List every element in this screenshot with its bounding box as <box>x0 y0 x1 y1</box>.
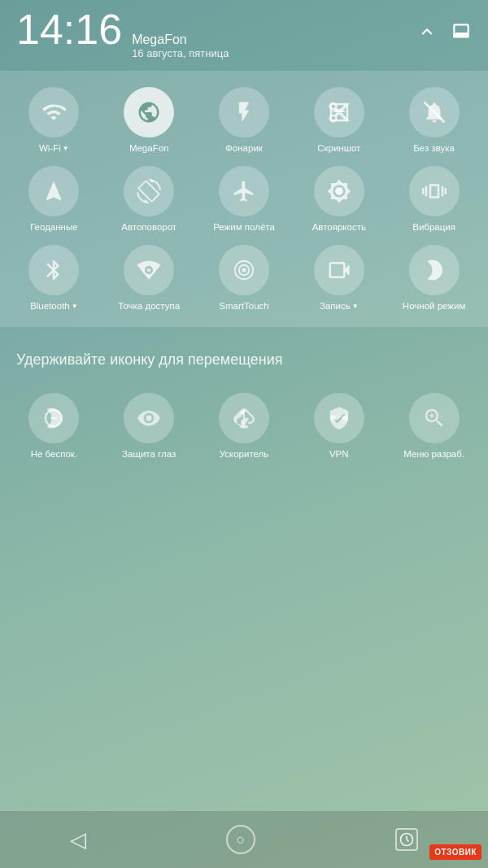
svg-point-7 <box>242 268 246 273</box>
qs-bluetooth[interactable]: Bluetooth ▼ <box>8 245 100 311</box>
expand-icon[interactable] <box>416 21 438 47</box>
qs-location-label: Геоданные <box>30 222 77 232</box>
qs-smarttouch-circle <box>219 245 269 295</box>
qs-wifi-label: Wi-Fi <box>39 143 61 153</box>
qs-row-3: Bluetooth ▼ Точка доступа <box>8 245 480 311</box>
watermark: ОТЗОВИК <box>429 844 481 860</box>
time-display: 14:16 <box>16 8 122 50</box>
hint-text: Удерживайте иконку для перемещения <box>16 351 283 368</box>
qs-row-2: Геоданные Автоповорот Режим полёта <box>8 166 480 232</box>
qs-record-arrow: ▼ <box>352 303 359 310</box>
qs-vpn[interactable]: VPN <box>293 393 385 459</box>
qs-bluetooth-label: Bluetooth <box>30 301 70 311</box>
extra-icons-grid: Не беспок. Защита глаз Ускоритель <box>0 385 488 475</box>
qs-airplane[interactable]: Режим полёта <box>198 166 290 232</box>
qs-accelerator[interactable]: Ускоритель <box>198 393 290 459</box>
carrier-name: MegaFon <box>132 33 229 47</box>
qs-record-label-wrap: Запись ▼ <box>320 301 359 311</box>
qs-autorotate-circle <box>124 166 174 216</box>
qs-vpn-circle <box>314 393 364 443</box>
qs-devmenu-label: Меню разраб. <box>403 449 464 459</box>
status-bar-left: 14:16 MegaFon 16 августа, пятница <box>16 8 229 59</box>
qs-airplane-circle <box>219 166 269 216</box>
qs-row-1: Wi-Fi ▼ MegaFon Фонарик <box>8 87 480 153</box>
qs-wifi-label-wrap: Wi-Fi ▼ <box>39 143 69 153</box>
qs-screenshot-label: Скриншот <box>317 143 360 153</box>
home-button[interactable]: ○ <box>226 825 255 854</box>
qs-devmenu[interactable]: Меню разраб. <box>388 393 480 459</box>
qs-location-circle <box>28 166 79 216</box>
qs-vpn-label: VPN <box>329 449 349 459</box>
svg-point-4 <box>147 268 151 273</box>
qs-eyeprotect[interactable]: Защита глаз <box>103 393 195 459</box>
qs-accelerator-circle <box>219 393 269 443</box>
qs-flashlight-circle <box>219 87 269 137</box>
qs-bluetooth-circle <box>28 245 79 295</box>
qs-eyeprotect-label: Защита глаз <box>122 449 176 459</box>
qs-record-label: Запись <box>320 301 351 311</box>
qs-brightness[interactable]: Автояркость <box>293 166 385 232</box>
qs-wifi-arrow: ▼ <box>63 145 69 152</box>
qs-record[interactable]: Запись ▼ <box>293 245 385 311</box>
qs-devmenu-circle <box>409 393 460 443</box>
qs-nightmode-circle <box>409 245 460 295</box>
quick-settings-panel: Wi-Fi ▼ MegaFon Фонарик <box>0 71 488 327</box>
qs-screenshot-circle <box>314 87 364 137</box>
qs-wifi-circle <box>28 87 79 137</box>
qs-silent-circle <box>409 87 460 137</box>
status-bar-right <box>416 21 472 47</box>
nav-bar: ◁ ○ <box>0 811 488 868</box>
qs-donotdisturb-label: Не беспок. <box>31 449 77 459</box>
qs-brightness-label: Автояркость <box>312 222 366 232</box>
qs-autorotate[interactable]: Автоповорот <box>103 166 195 232</box>
qs-record-circle <box>314 245 364 295</box>
qs-donotdisturb-circle <box>28 393 79 443</box>
back-button[interactable]: ◁ <box>70 827 86 853</box>
qs-location[interactable]: Геоданные <box>8 166 100 232</box>
hint-section: Удерживайте иконку для перемещения <box>0 327 488 385</box>
qs-bluetooth-arrow: ▼ <box>72 303 78 310</box>
svg-point-2 <box>336 188 342 194</box>
svg-rect-0 <box>453 33 469 37</box>
qs-vibration-label: Вибрация <box>412 222 455 232</box>
qs-megafon-circle <box>124 87 174 137</box>
qs-nightmode-label: Ночной режим <box>403 301 466 311</box>
notifications-icon[interactable] <box>451 21 472 47</box>
qs-donotdisturb[interactable]: Не беспок. <box>8 393 100 459</box>
qs-hotspot-circle <box>124 245 174 295</box>
qs-hotspot-label: Точка доступа <box>118 301 180 311</box>
qs-vibration-circle <box>409 166 460 216</box>
qs-autorotate-label: Автоповорот <box>121 222 176 232</box>
qs-smarttouch[interactable]: SmartTouch <box>198 245 290 311</box>
qs-megafon-label: MegaFon <box>129 143 169 153</box>
qs-silent-label: Без звука <box>413 143 455 153</box>
qs-wifi[interactable]: Wi-Fi ▼ <box>8 87 100 153</box>
qs-megafon[interactable]: MegaFon <box>103 87 195 153</box>
qs-bluetooth-label-wrap: Bluetooth ▼ <box>30 301 78 311</box>
qs-brightness-circle <box>314 166 364 216</box>
qs-vibration[interactable]: Вибрация <box>388 166 480 232</box>
qs-accelerator-label: Ускоритель <box>220 449 269 459</box>
qs-silent[interactable]: Без звука <box>388 87 480 153</box>
date-display: 16 августа, пятница <box>132 47 229 59</box>
qs-eyeprotect-circle <box>124 393 174 443</box>
qs-nightmode[interactable]: Ночной режим <box>388 245 480 311</box>
qs-airplane-label: Режим полёта <box>213 222 275 232</box>
qs-screenshot[interactable]: Скриншот <box>293 87 385 153</box>
qs-smarttouch-label: SmartTouch <box>219 301 268 311</box>
status-bar: 14:16 MegaFon 16 августа, пятница <box>0 0 488 64</box>
qs-flashlight-label: Фонарик <box>225 143 263 153</box>
recent-button[interactable] <box>395 828 418 851</box>
qs-hotspot[interactable]: Точка доступа <box>103 245 195 311</box>
status-info: MegaFon 16 августа, пятница <box>132 33 229 59</box>
qs-flashlight[interactable]: Фонарик <box>198 87 290 153</box>
